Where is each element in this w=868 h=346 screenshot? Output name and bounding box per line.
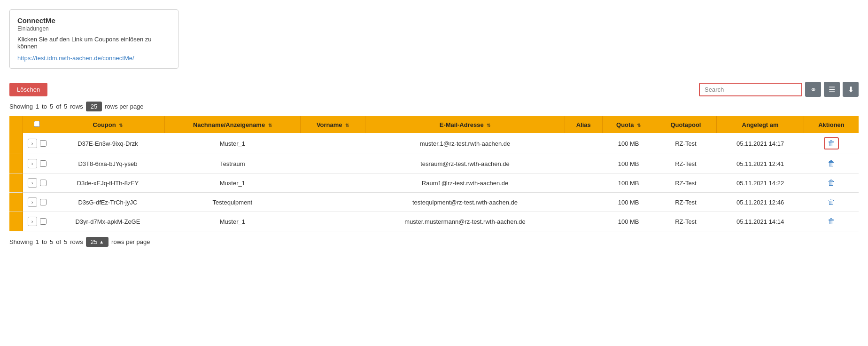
row-checkbox[interactable]	[40, 218, 46, 225]
cell-alias	[565, 154, 602, 173]
vorname-sort-icon[interactable]: ⇅	[345, 123, 349, 128]
cell-quota: 100 MB	[602, 154, 655, 173]
cell-email: Raum1@rz-test.rwth-aachen.de	[365, 173, 565, 193]
cell-aktionen: 🗑	[804, 154, 859, 173]
cell-aktionen: 🗑	[804, 133, 859, 154]
th-email-label: E-Mail-Adresse	[440, 121, 484, 128]
th-vorname-label: Vorname	[317, 121, 342, 128]
table-header: Coupon ⇅ Nachname/Anzeigename ⇅ Vorname …	[9, 116, 859, 133]
delete-button[interactable]: Löschen	[9, 83, 47, 96]
row-delete-button[interactable]: 🗑	[825, 178, 838, 188]
row-delete-button[interactable]: 🗑	[825, 197, 838, 207]
showing-label-bottom: Showing	[9, 238, 33, 245]
select-all-checkbox[interactable]	[34, 121, 40, 127]
page-from: 1	[36, 103, 39, 110]
cell-email: muster.mustermann@rz-test.rwth-aachen.de	[365, 212, 565, 231]
search-input[interactable]	[699, 83, 802, 96]
row-expand-cell: ›	[23, 133, 51, 154]
cell-quotapool: RZ-Test	[655, 154, 717, 173]
cell-coupon: D37E-En3w-9ixq-Drzk	[51, 133, 165, 154]
cell-nachname: Testequipment	[164, 193, 300, 212]
table-row: ›D3de-xEJq-tHTh-8zFYMuster_1Raum1@rz-tes…	[9, 173, 859, 193]
main-table: Coupon ⇅ Nachname/Anzeigename ⇅ Vorname …	[9, 116, 859, 231]
expand-button[interactable]: ›	[28, 159, 37, 168]
row-delete-button[interactable]: 🗑	[825, 216, 838, 227]
row-delete-button[interactable]: 🗑	[825, 158, 838, 169]
expand-button[interactable]: ›	[28, 217, 37, 226]
cell-quota: 100 MB	[602, 212, 655, 231]
download-icon: ⬇	[848, 85, 854, 94]
th-quotapool: Quotapool	[655, 116, 717, 133]
info-card: ConnectMe Einladungen Klicken Sie auf de…	[9, 9, 178, 69]
cell-email: muster.1@rz-test.rwth-aachen.de	[365, 133, 565, 154]
expand-button[interactable]: ›	[28, 197, 37, 207]
to-label: to	[42, 103, 47, 110]
cell-coupon: D3yr-d7Mx-apkM-ZeGE	[51, 212, 165, 231]
th-angelegt: Angelegt am	[717, 116, 804, 133]
cell-coupon: D3T8-6rxa-bJYq-yseb	[51, 154, 165, 173]
row-checkbox[interactable]	[40, 199, 46, 205]
cell-quota: 100 MB	[602, 173, 655, 193]
row-color-cell	[9, 193, 23, 212]
email-sort-icon[interactable]: ⇅	[487, 123, 490, 128]
of-label-bottom: of	[56, 238, 61, 245]
row-color-cell	[9, 133, 23, 154]
of-label: of	[56, 103, 61, 110]
th-nachname-label: Nachname/Anzeigename	[193, 121, 265, 128]
cell-quota: 100 MB	[602, 133, 655, 154]
coupon-sort-icon[interactable]: ⇅	[119, 123, 123, 128]
per-page-button[interactable]: 25	[86, 102, 102, 111]
cell-vorname	[300, 154, 365, 173]
download-icon-button[interactable]: ⬇	[843, 82, 859, 97]
row-color-cell	[9, 154, 23, 173]
cell-quotapool: RZ-Test	[655, 193, 717, 212]
table-body: ›D37E-En3w-9ixq-DrzkMuster_1muster.1@rz-…	[9, 133, 859, 231]
cell-nachname: Muster_1	[164, 212, 300, 231]
row-expand-cell: ›	[23, 212, 51, 231]
pagination-top: Showing 1 to 5 of 5 rows 25 rows per pag…	[9, 102, 859, 111]
th-coupon: Coupon ⇅	[51, 116, 165, 133]
nachname-sort-icon[interactable]: ⇅	[268, 123, 272, 128]
row-delete-button[interactable]: 🗑	[824, 137, 839, 149]
per-page-label: rows per page	[105, 103, 143, 110]
cell-nachname: Muster_1	[164, 173, 300, 193]
toolbar-right: ⚭ ☰ ⬇	[699, 82, 859, 97]
th-vorname: Vorname ⇅	[300, 116, 365, 133]
row-checkbox[interactable]	[40, 140, 46, 147]
card-link[interactable]: https://test.idm.rwth-aachen.de/connectM…	[17, 55, 134, 62]
card-subtitle: Einladungen	[17, 25, 170, 32]
link-icon-button[interactable]: ⚭	[805, 82, 821, 97]
cell-email: tesraum@rz-test.rwth-aachen.de	[365, 154, 565, 173]
expand-button[interactable]: ›	[28, 178, 37, 188]
card-title: ConnectMe	[17, 16, 170, 24]
th-email: E-Mail-Adresse ⇅	[365, 116, 565, 133]
cell-aktionen: 🗑	[804, 193, 859, 212]
per-page-button-bottom[interactable]: 25 ▲	[86, 237, 108, 247]
row-checkbox[interactable]	[40, 160, 46, 167]
cell-coupon: D3de-xEJq-tHTh-8zFY	[51, 173, 165, 193]
page-to: 5	[50, 103, 53, 110]
rows-label-bottom: rows	[70, 238, 83, 245]
cell-angelegt: 05.11.2021 14:17	[717, 133, 804, 154]
rows-label: rows	[70, 103, 83, 110]
header-row: Coupon ⇅ Nachname/Anzeigename ⇅ Vorname …	[9, 116, 859, 133]
th-color	[9, 116, 23, 133]
page-from-bottom: 1	[36, 238, 39, 245]
th-quotapool-label: Quotapool	[670, 121, 701, 128]
pagination-bottom: Showing 1 to 5 of 5 rows 25 ▲ rows per p…	[9, 237, 859, 247]
cell-vorname	[300, 133, 365, 154]
cell-email: testequipment@rz-test.rwth-aachen.de	[365, 193, 565, 212]
row-expand-cell: ›	[23, 173, 51, 193]
link-icon: ⚭	[810, 85, 816, 94]
cell-quotapool: RZ-Test	[655, 173, 717, 193]
row-checkbox[interactable]	[40, 180, 46, 186]
th-angelegt-label: Angelegt am	[742, 121, 779, 128]
columns-icon-button[interactable]: ☰	[824, 82, 840, 97]
expand-button[interactable]: ›	[28, 139, 37, 148]
th-coupon-label: Coupon	[93, 121, 116, 128]
per-page-value-bottom: 25	[91, 238, 97, 245]
quota-sort-icon[interactable]: ⇅	[637, 123, 641, 128]
cell-alias	[565, 212, 602, 231]
th-nachname: Nachname/Anzeigename ⇅	[164, 116, 300, 133]
row-color-cell	[9, 173, 23, 193]
